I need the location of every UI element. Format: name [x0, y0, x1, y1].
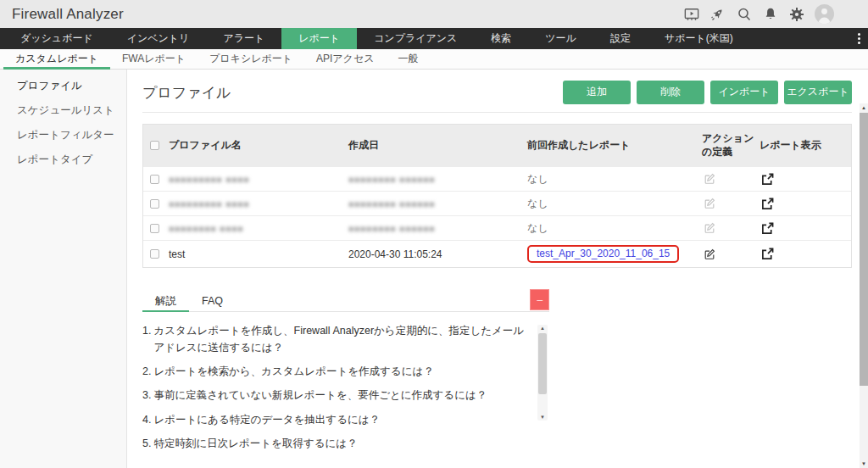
redacted-profile-name: ■■■■■■■■■ ■■■■ [169, 199, 249, 209]
header-report-view: レポート表示 [760, 125, 851, 166]
nav-item-settings[interactable]: 設定 [593, 28, 648, 49]
page-scrollbar[interactable]: ▲ ▼ [860, 103, 868, 468]
redacted-created-date: ■■■■■■■■ ■■■■■■ [348, 175, 435, 184]
tab-general[interactable]: 一般 [386, 49, 430, 69]
redacted-profile-name: ■■■■■■■■■ ■■■■ [169, 175, 249, 184]
header-created-date: 作成日 [348, 125, 522, 166]
bell-icon[interactable] [762, 6, 779, 23]
import-button[interactable]: インポート [710, 81, 778, 104]
edit-action-icon [702, 220, 717, 236]
row-checkbox[interactable] [150, 175, 159, 184]
overflow-menu-icon[interactable] [858, 28, 860, 49]
last-report-link[interactable]: test_Apr_30_2020_11_06_15 [537, 248, 670, 259]
select-all-checkbox[interactable] [150, 141, 159, 150]
red-highlight-box: test_Apr_30_2020_11_06_15 [527, 245, 679, 263]
main-content: プロファイル 追加 削除 インポート エクスポート プロファイル名 作成日 前回… [127, 70, 868, 468]
nav-item-compliance[interactable]: コンプライアンス [357, 28, 474, 49]
left-sidebar: プロファイル スケジュールリスト レポートフィルター レポートタイプ [0, 70, 127, 468]
tab-custom-report[interactable]: カスタムレポート [3, 49, 110, 69]
table-row-test: test 2020-04-30 11:05:24 test_Apr_30_202… [143, 240, 851, 267]
faq-question-list: 1. カスタムレポートを作成し、Firewall Analyzerから定期的に、… [142, 323, 549, 452]
table-row: ■■■■■■■■■ ■■■■ ■■■■■■■■ ■■■■■■ なし [143, 166, 851, 191]
header-last-report: 前回作成したレポート [522, 125, 702, 166]
scrollbar-thumb[interactable] [538, 333, 547, 394]
edit-action-icon[interactable] [702, 247, 717, 262]
nav-item-inventory[interactable]: インベントリ [110, 28, 207, 49]
sidebar-item-report-filter[interactable]: レポートフィルター [0, 123, 126, 148]
header-action-definition: アクションの定義 [702, 125, 760, 166]
topbar-icons [683, 4, 834, 24]
table-header-row: プロファイル名 作成日 前回作成したレポート アクションの定義 レポート表示 [143, 125, 851, 166]
main-nav: ダッシュボード インベントリ アラート レポート コンプライアンス 検索 ツール… [0, 28, 868, 49]
scroll-up-icon[interactable]: ▲ [860, 105, 868, 110]
help-scrollbar[interactable]: ▲ ▼ [537, 325, 548, 421]
open-report-icon[interactable] [760, 220, 775, 236]
tab-fwa-report[interactable]: FWAレポート [110, 49, 198, 69]
page-title: プロファイル [142, 83, 231, 103]
nav-item-dashboard[interactable]: ダッシュボード [3, 28, 110, 49]
scroll-up-icon[interactable]: ▲ [537, 326, 548, 331]
nav-item-tools[interactable]: ツール [528, 28, 593, 49]
redacted-created-date: ■■■■■■■■ ■■■■■■ [348, 199, 435, 209]
header-profile-name: プロファイル名 [169, 125, 348, 166]
edit-action-icon [702, 171, 717, 187]
user-avatar[interactable] [815, 4, 834, 24]
report-subtabs: カスタムレポート FWAレポート プロキシレポート APIアクセス 一般 [0, 49, 868, 70]
last-report-none: なし [527, 172, 548, 187]
row-checkbox[interactable] [150, 249, 159, 259]
rocket-icon[interactable] [709, 6, 726, 23]
profile-table: プロファイル名 作成日 前回作成したレポート アクションの定義 レポート表示 ■… [142, 124, 852, 268]
faq-question[interactable]: 3. 事前に定義されていない新規レポートを、要件ごとに作成するには？ [142, 387, 527, 404]
faq-question[interactable]: 2. レポートを検索から、カスタムレポートを作成するには？ [142, 364, 527, 380]
nav-item-reports[interactable]: レポート [281, 28, 357, 49]
delete-button[interactable]: 削除 [637, 81, 704, 104]
last-report-none: なし [527, 221, 548, 236]
open-report-icon[interactable] [760, 171, 775, 187]
faq-question[interactable]: 5. 特定時刻に日次レポートを取得するには？ [142, 436, 527, 452]
tab-explanation[interactable]: 解説 [142, 291, 189, 311]
edit-action-icon [702, 196, 717, 211]
sidebar-item-profile[interactable]: プロファイル [0, 74, 126, 98]
nav-item-support[interactable]: サポート(米国) [648, 28, 750, 49]
scroll-down-icon[interactable]: ▼ [537, 415, 548, 420]
profile-name: test [169, 248, 185, 260]
created-date: 2020-04-30 11:05:24 [348, 248, 442, 260]
tab-faq[interactable]: FAQ [189, 291, 236, 311]
sidebar-item-schedule-list[interactable]: スケジュールリスト [0, 98, 126, 123]
row-checkbox[interactable] [150, 224, 159, 233]
add-button[interactable]: 追加 [563, 81, 631, 104]
sidebar-item-report-type[interactable]: レポートタイプ [0, 148, 126, 172]
row-checkbox[interactable] [150, 199, 159, 209]
export-button[interactable]: エクスポート [784, 81, 852, 104]
tab-api-access[interactable]: APIアクセス [304, 49, 386, 69]
open-report-icon[interactable] [760, 196, 775, 211]
nav-item-alerts[interactable]: アラート [206, 28, 281, 49]
last-report-none: なし [527, 197, 548, 211]
open-report-icon[interactable] [760, 247, 775, 262]
help-panel: 解説 FAQ − 1. カスタムレポートを作成し、Firewall Analyz… [142, 291, 549, 452]
redacted-profile-name: ■■■■■■■■ ■■■■ [169, 224, 243, 233]
scrollbar-thumb[interactable] [860, 113, 868, 386]
search-icon[interactable] [736, 6, 753, 23]
demo-video-icon[interactable] [683, 6, 700, 23]
profile-toolbar: 追加 削除 インポート エクスポート [563, 81, 852, 104]
gear-icon[interactable] [788, 6, 805, 23]
minimize-help-button[interactable]: − [530, 289, 549, 310]
redacted-created-date: ■■■■■■■■ ■■■■■■ [348, 224, 435, 233]
app-title: Firewall Analyzer [12, 6, 124, 23]
nav-item-search[interactable]: 検索 [474, 28, 528, 49]
faq-question[interactable]: 1. カスタムレポートを作成し、Firewall Analyzerから定期的に、… [142, 323, 527, 356]
table-row: ■■■■■■■■ ■■■■ ■■■■■■■■ ■■■■■■ なし [143, 215, 851, 240]
table-row: ■■■■■■■■■ ■■■■ ■■■■■■■■ ■■■■■■ なし [143, 191, 851, 215]
faq-question[interactable]: 4. レポートにある特定のデータを抽出するには？ [142, 412, 527, 428]
top-bar: Firewall Analyzer [0, 0, 868, 28]
scroll-down-icon[interactable]: ▼ [860, 461, 868, 466]
tab-proxy-report[interactable]: プロキシレポート [198, 49, 304, 69]
